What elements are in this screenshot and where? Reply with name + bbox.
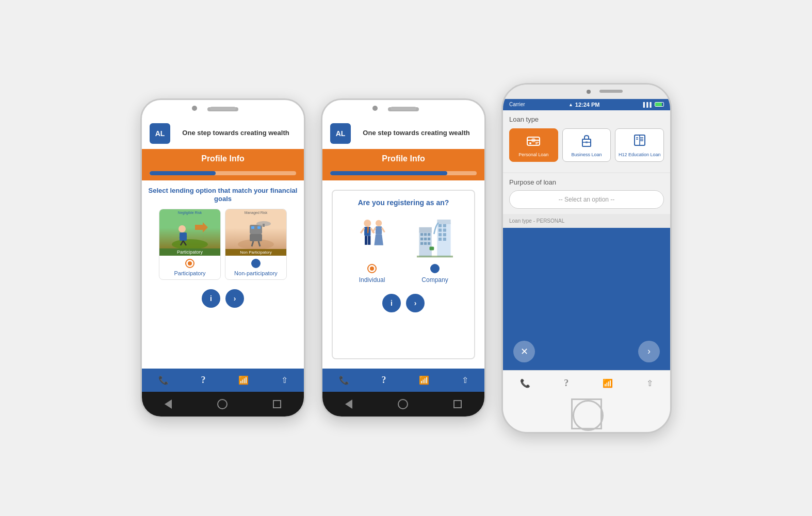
svg-point-52: [529, 142, 531, 144]
participatory-card[interactable]: Negligible Risk: [159, 209, 221, 280]
svg-rect-31: [428, 233, 430, 236]
svg-rect-19: [368, 236, 370, 245]
iphone-phone-icon[interactable]: 📞: [520, 378, 530, 388]
svg-rect-9: [251, 226, 254, 229]
non-part-option-label: Non-participatory: [228, 270, 284, 276]
company-svg: [417, 213, 453, 262]
help-nav-icon-1[interactable]: ?: [201, 375, 206, 386]
business-icon-svg: [579, 133, 594, 147]
status-icons: ▲ 12:24 PM: [569, 102, 600, 108]
android-phone-2: AL One step towards creating wealth Prof…: [321, 98, 486, 418]
individual-radio[interactable]: [367, 264, 377, 273]
info-button-2[interactable]: i: [382, 294, 401, 312]
svg-rect-11: [250, 234, 262, 241]
back-button-2[interactable]: [345, 400, 352, 409]
non-part-badge: Non Participatory: [225, 249, 286, 256]
options-grid: Negligible Risk: [148, 209, 298, 280]
app-tagline-1: One step towards creating wealth: [175, 129, 296, 138]
info-button-1[interactable]: i: [202, 289, 220, 308]
next-button-1[interactable]: ›: [225, 289, 244, 308]
carrier-label: Carrier: [509, 102, 525, 107]
signal-nav-icon-1[interactable]: 📶: [238, 375, 249, 385]
signal-nav-icon-2[interactable]: 📶: [419, 375, 429, 385]
svg-rect-36: [424, 242, 427, 245]
screen-1: AL One step towards creating wealth Prof…: [142, 100, 304, 392]
svg-rect-35: [420, 242, 423, 245]
home-button-1[interactable]: [217, 399, 228, 409]
participatory-image: Negligible Risk: [159, 209, 220, 256]
share-nav-icon-2[interactable]: ⇧: [462, 375, 468, 385]
non-participatory-card[interactable]: Managed Risk: [225, 209, 287, 280]
app-header-1: AL One step towards creating wealth: [142, 118, 304, 149]
help-nav-icon-2[interactable]: ?: [382, 375, 386, 386]
android-home-bar-2: [322, 392, 484, 417]
profile-info-banner-1: Profile Info: [142, 149, 304, 169]
iphone-signal-icon[interactable]: 📶: [603, 378, 613, 388]
business-loan-btn[interactable]: Business Loan: [562, 128, 611, 162]
screen2-body: Are you registering as an?: [322, 180, 484, 369]
svg-line-20: [361, 228, 364, 234]
loan-type-section: Loan type: [503, 110, 670, 173]
svg-rect-46: [439, 238, 442, 241]
screen-2: AL One step towards creating wealth Prof…: [322, 100, 484, 392]
recent-button-2[interactable]: [453, 400, 462, 408]
svg-rect-58: [586, 141, 588, 143]
svg-rect-48: [417, 256, 453, 258]
next-btn-iphone[interactable]: ›: [638, 341, 660, 362]
progress-container-2: [322, 169, 484, 180]
iphone-3: Carrier ▲ 12:24 PM ▌▌▌ Loan type: [501, 83, 672, 434]
education-loan-label: H12 Education Loan: [618, 152, 661, 158]
screen1-content: Select lending option that match your fi…: [142, 180, 304, 369]
svg-rect-29: [420, 233, 423, 236]
cancel-btn[interactable]: ✕: [513, 341, 535, 362]
participatory-label: Participatory: [161, 270, 218, 276]
purpose-section: Purpose of loan -- Select an option --: [503, 173, 670, 214]
loan-screen: Loan type: [503, 110, 670, 370]
lending-title: Select lending option that match your fi…: [148, 187, 298, 204]
svg-rect-40: [439, 224, 442, 227]
svg-rect-39: [437, 220, 450, 224]
iphone-help-icon[interactable]: ?: [564, 378, 569, 389]
next-button-2[interactable]: ›: [406, 294, 425, 312]
svg-rect-34: [428, 238, 430, 240]
purpose-select[interactable]: -- Select an option --: [509, 190, 664, 209]
iphone-share-icon[interactable]: ⇧: [646, 378, 653, 388]
home-circle[interactable]: [573, 400, 604, 431]
personal-loan-icon: [512, 133, 556, 150]
camera-dot-2: [372, 106, 378, 111]
progress-bg-2: [330, 171, 477, 175]
personal-icon-svg: [526, 133, 541, 147]
non-part-svg: [235, 214, 277, 251]
action-bar-2: i ›: [340, 290, 466, 317]
iphone-home-button[interactable]: [571, 398, 602, 429]
svg-rect-33: [424, 238, 427, 240]
personal-loan-btn[interactable]: Personal Loan: [509, 128, 558, 162]
share-nav-icon-1[interactable]: ⇧: [281, 375, 288, 385]
individual-svg: [354, 213, 390, 262]
recent-button-1[interactable]: [273, 400, 281, 408]
svg-rect-15: [263, 224, 265, 227]
education-loan-icon: [618, 133, 661, 150]
company-option[interactable]: Company: [417, 214, 453, 284]
svg-rect-8: [250, 225, 262, 234]
back-button-1[interactable]: [165, 400, 172, 409]
company-radio[interactable]: [430, 264, 440, 273]
signal-bars-icon: ▌▌▌: [643, 102, 653, 107]
home-button-2[interactable]: [398, 399, 408, 409]
svg-rect-18: [365, 236, 367, 245]
business-loan-icon: [565, 133, 609, 150]
progress-fill-1: [150, 171, 216, 175]
status-bar: Carrier ▲ 12:24 PM ▌▌▌: [503, 99, 670, 110]
phone-nav-icon-1[interactable]: 📞: [158, 375, 169, 385]
personal-loan-label: Personal Loan: [512, 152, 556, 158]
phone-nav-icon-2[interactable]: 📞: [339, 375, 349, 385]
individual-label: Individual: [359, 276, 385, 284]
phone2-wrapper: AL One step towards creating wealth Prof…: [321, 98, 486, 418]
non-part-radio[interactable]: [251, 259, 261, 268]
participatory-radio[interactable]: [185, 259, 194, 268]
svg-rect-42: [439, 228, 442, 231]
education-loan-btn[interactable]: H12 Education Loan: [615, 128, 664, 162]
individual-option[interactable]: Individual: [354, 214, 390, 284]
register-card: Are you registering as an?: [332, 190, 475, 359]
app-tagline-2: One step towards creating wealth: [356, 129, 477, 138]
